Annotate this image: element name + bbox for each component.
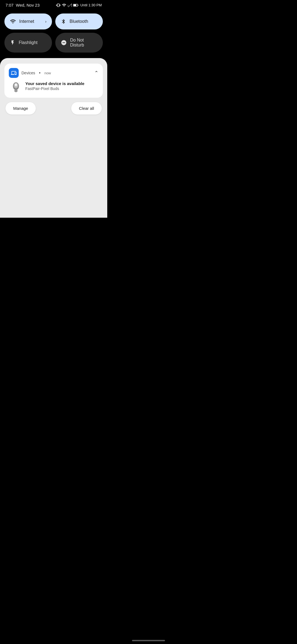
notification-area: Devices • now ⌃ Your saved device is ava…	[0, 58, 107, 218]
flashlight-tile[interactable]: Flashlight	[4, 33, 52, 53]
flashlight-tile-icon	[10, 40, 15, 46]
notif-title: Your saved device is available	[25, 81, 84, 86]
notif-app-name: Devices	[21, 71, 35, 75]
battery-label: Until 1:30 PM	[80, 3, 102, 7]
notif-body: Your saved device is available FastPair-…	[9, 81, 98, 93]
internet-tile[interactable]: Internet ›	[4, 13, 52, 29]
flashlight-tile-label: Flashlight	[19, 40, 37, 45]
internet-chevron-icon: ›	[45, 19, 46, 24]
bluetooth-tile-icon	[61, 18, 66, 24]
pixel-buds-icon	[10, 81, 22, 93]
svg-point-6	[15, 84, 17, 86]
status-bar: 7:07 Wed, Nov 23 Un	[0, 0, 107, 9]
notif-text: Your saved device is available FastPair-…	[25, 81, 84, 91]
notif-source: Devices • now	[9, 68, 51, 78]
status-icons: Until 1:30 PM	[56, 3, 102, 7]
wifi-icon	[62, 3, 67, 7]
status-time-date: 7:07 Wed, Nov 23	[6, 3, 40, 7]
do-not-disturb-tile[interactable]: Do Not Disturb	[55, 33, 103, 53]
svg-rect-1	[78, 4, 78, 6]
clear-all-button[interactable]: Clear all	[71, 102, 102, 114]
notification-card[interactable]: Devices • now ⌃ Your saved device is ava…	[4, 64, 103, 98]
battery-icon	[73, 3, 79, 7]
internet-tile-label: Internet	[19, 19, 34, 24]
svg-rect-2	[73, 4, 76, 6]
notif-collapse-icon[interactable]: ⌃	[94, 70, 98, 76]
notif-separator: •	[39, 70, 41, 75]
bluetooth-tile-label: Bluetooth	[70, 19, 88, 24]
notif-header: Devices • now ⌃	[9, 68, 98, 78]
signal-icon	[68, 3, 72, 7]
notif-subtitle: FastPair-Pixel Buds	[25, 86, 84, 91]
manage-button[interactable]: Manage	[6, 102, 36, 114]
dnd-tile-icon	[61, 40, 67, 46]
vibrate-icon	[56, 3, 61, 7]
wifi-tile-icon	[10, 18, 16, 24]
notif-time: now	[44, 71, 51, 75]
quick-tiles-grid: Internet › Bluetooth Flashlight Do Not D…	[0, 9, 107, 58]
dnd-tile-label: Do Not Disturb	[70, 38, 97, 48]
action-buttons: Manage Clear all	[4, 102, 103, 114]
bluetooth-tile[interactable]: Bluetooth	[55, 13, 103, 29]
notif-app-icon	[9, 68, 19, 78]
svg-rect-7	[14, 89, 18, 92]
